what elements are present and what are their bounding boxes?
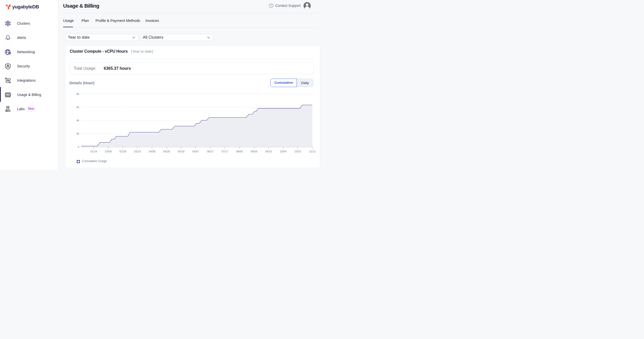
svg-text:09/15: 09/15 [265, 150, 272, 153]
svg-text:08/26: 08/26 [251, 150, 257, 153]
svg-text:06/27: 06/27 [207, 150, 214, 153]
svg-text:04/08: 04/08 [149, 150, 155, 153]
svg-text:06/07: 06/07 [192, 150, 199, 153]
svg-text:05/18: 05/18 [178, 150, 184, 153]
svg-text:08/06: 08/06 [236, 150, 243, 153]
svg-text:10/04: 10/04 [280, 150, 286, 153]
svg-text:8k: 8k [76, 92, 79, 95]
svg-text:03/19: 03/19 [134, 150, 141, 153]
svg-text:?: ? [270, 4, 272, 7]
svg-text:04/28: 04/28 [163, 150, 170, 153]
svg-text:11/13: 11/13 [309, 150, 316, 153]
svg-text:02/28: 02/28 [120, 150, 126, 153]
svg-text:2k: 2k [76, 132, 79, 135]
svg-text:07/17: 07/17 [222, 150, 228, 153]
svg-text:6k: 6k [76, 106, 79, 109]
svg-text:01/19: 01/19 [90, 150, 97, 153]
svg-text:10/23: 10/23 [294, 150, 301, 153]
svg-text:02/08: 02/08 [105, 150, 112, 153]
svg-text:0: 0 [78, 145, 79, 148]
svg-text:4k: 4k [76, 119, 79, 122]
